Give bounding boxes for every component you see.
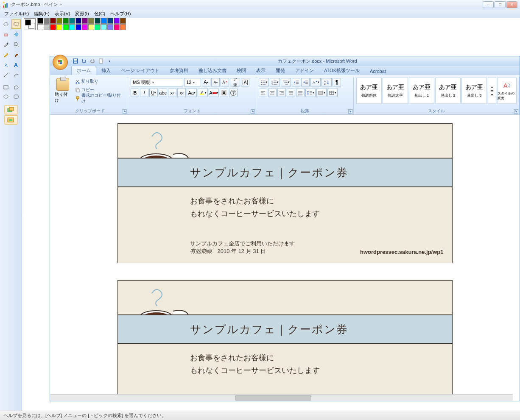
- style-gallery-item[interactable]: あア亜見出し 3: [461, 78, 487, 104]
- menu-image[interactable]: 変形(I): [73, 11, 91, 17]
- color-swatch[interactable]: [120, 24, 126, 30]
- color-swatch[interactable]: [95, 24, 101, 30]
- tab-addins[interactable]: アドイン: [290, 66, 319, 75]
- color-swatch[interactable]: [50, 24, 56, 30]
- shading-button[interactable]: ▾: [316, 89, 327, 97]
- strikethrough-button[interactable]: abc: [159, 89, 167, 97]
- phonetic-guide-button[interactable]: ア亜: [230, 78, 240, 86]
- color-swatch[interactable]: [37, 24, 43, 30]
- align-right-button[interactable]: [277, 89, 286, 97]
- shrink-font-button[interactable]: A▾: [211, 78, 220, 86]
- dropper-tool[interactable]: [1, 40, 11, 49]
- color-swatch[interactable]: [37, 18, 43, 24]
- color-swatch[interactable]: [44, 18, 50, 24]
- styles-dialog-launcher[interactable]: ⬊: [514, 109, 518, 114]
- rect-select-tool[interactable]: [11, 19, 21, 29]
- color-swatch[interactable]: [114, 24, 120, 30]
- layer-tool-1[interactable]: [4, 105, 18, 114]
- color-swatch[interactable]: [101, 18, 107, 24]
- color-swatch[interactable]: [63, 18, 69, 24]
- color-swatch[interactable]: [82, 18, 88, 24]
- freeform-select-tool[interactable]: [1, 19, 11, 29]
- change-case-button[interactable]: Aa▾: [187, 89, 197, 97]
- color-swatch[interactable]: [107, 18, 113, 24]
- character-border-button[interactable]: A: [241, 78, 249, 86]
- style-gallery-item[interactable]: あア亜見出し 1: [409, 78, 434, 104]
- color-swatch[interactable]: [69, 18, 75, 24]
- qat-undo-button[interactable]: [81, 58, 87, 64]
- align-center-button[interactable]: [268, 89, 277, 97]
- font-dialog-launcher[interactable]: ⬊: [251, 109, 255, 114]
- airbrush-tool[interactable]: [1, 60, 11, 70]
- enclose-characters-button[interactable]: 字: [229, 89, 238, 97]
- qat-redo-button[interactable]: [89, 58, 96, 64]
- menu-colors[interactable]: 色(C): [92, 11, 108, 17]
- menu-help[interactable]: ヘルプ(H): [108, 11, 133, 17]
- text-direction-button[interactable]: A▾: [310, 78, 321, 86]
- office-button[interactable]: [53, 55, 68, 70]
- maximize-button[interactable]: □: [495, 1, 506, 8]
- horizontal-scrollbar[interactable]: [50, 394, 513, 401]
- qat-new-button[interactable]: [98, 58, 104, 64]
- color-swatch[interactable]: [114, 18, 120, 24]
- bold-button[interactable]: B: [131, 89, 139, 97]
- rounded-rect-tool[interactable]: [11, 92, 21, 101]
- color-swatch[interactable]: [88, 24, 94, 30]
- color-swatch[interactable]: [69, 24, 75, 30]
- close-button[interactable]: ✕: [506, 1, 517, 8]
- subscript-button[interactable]: x2: [168, 89, 176, 97]
- brush-tool[interactable]: [11, 50, 21, 59]
- tab-atok[interactable]: ATOK拡張ツール: [319, 66, 365, 75]
- minimize-button[interactable]: ─: [483, 1, 494, 8]
- color-swatch[interactable]: [82, 24, 88, 30]
- grow-font-button[interactable]: A▴: [202, 78, 210, 86]
- sort-button[interactable]: AZ: [322, 78, 332, 86]
- font-color-button[interactable]: A▾: [209, 89, 219, 97]
- align-left-button[interactable]: [259, 89, 267, 97]
- color-swatch[interactable]: [75, 18, 81, 24]
- change-styles-button[interactable]: Aスタイルの変更: [497, 78, 517, 104]
- cut-button[interactable]: 切り取り: [73, 78, 125, 85]
- polygon-tool[interactable]: [11, 83, 21, 92]
- color-swatch[interactable]: [56, 18, 62, 24]
- highlight-button[interactable]: ▾: [198, 89, 208, 97]
- layer-tool-2[interactable]: [4, 115, 18, 125]
- color-swatch[interactable]: [63, 24, 69, 30]
- increase-indent-button[interactable]: [301, 78, 310, 86]
- tab-view[interactable]: 表示: [251, 66, 271, 75]
- style-gallery-item[interactable]: あア亜見出し 2: [435, 78, 461, 104]
- numbering-button[interactable]: 123▾: [270, 78, 280, 86]
- tab-acrobat[interactable]: Acrobat: [365, 67, 391, 75]
- color-swatch[interactable]: [120, 18, 126, 24]
- word-document-area[interactable]: サンプルカフェ｜クーポン券 お食事をされたお客様に もれなくコーヒーサービスいた…: [50, 115, 520, 401]
- tab-references[interactable]: 参考資料: [165, 66, 193, 75]
- text-tool[interactable]: A: [11, 60, 21, 70]
- line-tool[interactable]: [1, 70, 11, 80]
- color-swatch[interactable]: [75, 24, 81, 30]
- pencil-tool[interactable]: [1, 50, 11, 59]
- tab-pagelayout[interactable]: ページ レイアウト: [116, 66, 165, 75]
- curve-tool[interactable]: [11, 70, 21, 80]
- color-swatch[interactable]: [88, 18, 94, 24]
- tab-insert[interactable]: 挿入: [96, 66, 116, 75]
- rectangle-tool[interactable]: [1, 83, 11, 92]
- italic-button[interactable]: I: [140, 89, 148, 97]
- color-swatch[interactable]: [56, 24, 62, 30]
- decrease-indent-button[interactable]: [292, 78, 300, 86]
- line-spacing-button[interactable]: ▾: [305, 89, 316, 97]
- bullets-button[interactable]: ▾: [259, 78, 269, 86]
- color-swatch[interactable]: [101, 24, 107, 30]
- justify-button[interactable]: [287, 89, 295, 97]
- paste-button[interactable]: 貼り付け: [54, 78, 72, 104]
- borders-button[interactable]: ▾: [327, 89, 338, 97]
- color-swatch[interactable]: [95, 18, 101, 24]
- style-gallery-more[interactable]: ▴▾▾: [488, 78, 496, 104]
- scrollbar-thumb[interactable]: [235, 395, 311, 401]
- qat-save-button[interactable]: [72, 58, 79, 64]
- character-shading-button[interactable]: A: [220, 89, 228, 97]
- paragraph-dialog-launcher[interactable]: ⬊: [348, 109, 352, 114]
- color-swatch[interactable]: [50, 18, 56, 24]
- style-gallery-item[interactable]: あア亜強調太字: [383, 78, 408, 104]
- style-gallery-item[interactable]: あア亜強調斜体: [356, 78, 382, 104]
- qat-customize-button[interactable]: ▾: [106, 58, 113, 64]
